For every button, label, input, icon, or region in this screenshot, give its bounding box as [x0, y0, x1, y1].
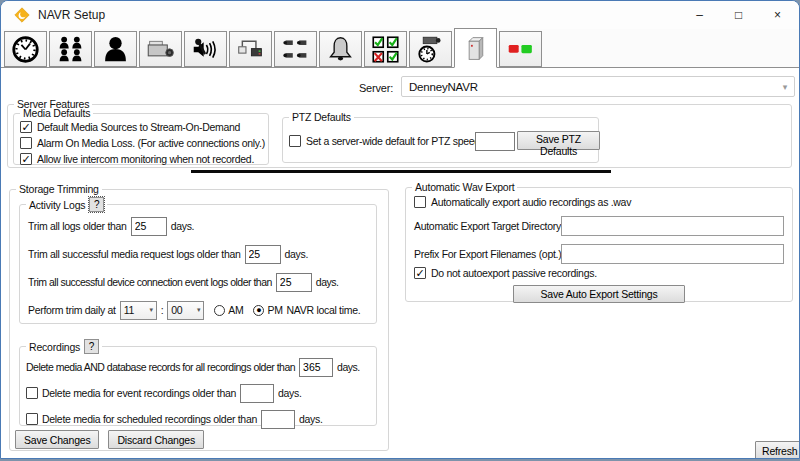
ptz-speed-input[interactable]	[475, 132, 515, 151]
trim-device-connection-days-input[interactable]	[276, 273, 312, 292]
recordings-help-button[interactable]: ?	[84, 339, 99, 354]
section-divider	[191, 170, 611, 173]
minimize-button[interactable]: –	[680, 1, 719, 29]
checkbox-icon[interactable]: ✓	[20, 121, 32, 133]
export-target-directory-input[interactable]	[561, 216, 784, 236]
server-icon	[461, 34, 490, 63]
minute-value: 00	[171, 304, 182, 316]
trim-media-request-days-input[interactable]	[245, 245, 281, 264]
automatic-wav-export-title: Automatic Wav Export	[415, 181, 514, 193]
automatic-wav-export-group: Automatic Wav Export Automatically expor…	[405, 181, 793, 302]
recordings-title: Recordings	[29, 341, 80, 353]
activity-logs-help-button[interactable]: ?	[89, 197, 104, 212]
live-intercom-checkbox-row[interactable]: ✓ Allow live intercom monitoring when no…	[20, 152, 268, 166]
delete-all-recordings-row: Delete media AND database records for al…	[26, 357, 376, 377]
tab-status[interactable]	[499, 31, 542, 67]
trim-logs-days-input[interactable]	[131, 217, 167, 236]
checkbox-icon[interactable]	[414, 196, 426, 208]
multi-camera-icon	[281, 35, 310, 64]
titlebar: NAVR Setup – □ ×	[1, 1, 799, 29]
hour-value: 11	[124, 304, 134, 316]
discard-changes-button[interactable]: Discard Changes	[108, 430, 204, 449]
tab-alarms[interactable]	[319, 31, 362, 67]
row-text: Delete media for scheduled recordings ol…	[42, 413, 257, 425]
am-label: AM	[228, 304, 243, 316]
row-text: Delete media AND database records for al…	[26, 361, 295, 373]
tab-io-devices[interactable]	[229, 31, 272, 67]
radio-icon[interactable]: ●	[253, 305, 264, 316]
ptz-speed-checkbox-row[interactable]: Set a server-wide default for PTZ speed.	[289, 135, 483, 147]
save-ptz-defaults-button[interactable]: Save PTZ Defaults	[517, 131, 600, 150]
media-defaults-group: Media Defaults ✓ Default Media Sources t…	[13, 107, 269, 165]
user-group-icon	[56, 35, 85, 64]
tab-user-groups[interactable]	[49, 31, 92, 67]
wav-button-row: Save Auto Export Settings	[406, 285, 792, 303]
tab-cameras[interactable]	[139, 31, 182, 67]
delete-event-recordings-row: Delete media for event recordings older …	[26, 383, 376, 403]
pm-radio[interactable]: ● PM	[253, 304, 282, 316]
trim-minute-select[interactable]: 00 ▾	[167, 301, 204, 320]
checkbox-icon[interactable]	[289, 135, 301, 147]
refresh-button[interactable]: Refresh	[755, 441, 800, 459]
trim-time-row: Perform trim daily at 11 ▾ : 00 ▾ AM ● P…	[28, 300, 376, 320]
media-defaults-title: Media Defaults	[23, 107, 90, 119]
storage-buttons-row: Save Changes Discard Changes	[15, 430, 204, 449]
server-select-value: DenneyNAVR	[409, 81, 478, 93]
save-auto-export-button[interactable]: Save Auto Export Settings	[513, 285, 685, 303]
delete-all-days-input[interactable]	[299, 358, 333, 377]
tab-audio[interactable]	[184, 31, 227, 67]
clock-icon	[11, 35, 40, 64]
row-suffix: days.	[299, 413, 323, 425]
person-icon	[101, 35, 130, 64]
checkbox-icon[interactable]	[26, 387, 38, 399]
window-controls: – □ ×	[680, 1, 797, 29]
chevron-down-icon: ▾	[783, 82, 787, 92]
tab-server[interactable]	[454, 28, 497, 68]
row-text: Trim all successful media request logs o…	[28, 248, 241, 260]
time-colon: :	[161, 304, 164, 316]
export-filename-prefix-input[interactable]	[561, 244, 784, 264]
camera-clock-icon	[416, 35, 445, 64]
trim-logs-row: Trim all logs older than days.	[28, 216, 376, 236]
tab-schedule[interactable]	[4, 31, 47, 67]
trim-hour-select[interactable]: 11 ▾	[120, 301, 157, 320]
row-suffix: days.	[285, 248, 309, 260]
tab-camera-groups[interactable]	[274, 31, 317, 67]
am-radio[interactable]: AM	[214, 304, 243, 316]
row-suffix: days.	[171, 220, 195, 232]
field-label: Automatic Export Target Directory	[414, 220, 561, 232]
checkbox-icon[interactable]: ✓	[414, 267, 426, 279]
auto-export-checkbox-row[interactable]: Automatically export audio recordings as…	[414, 196, 792, 208]
row-text: Trim all successful device connection ev…	[28, 276, 272, 288]
save-changes-button[interactable]: Save Changes	[15, 430, 99, 449]
tab-users[interactable]	[94, 31, 137, 67]
checkbox-icon[interactable]	[20, 137, 32, 149]
stream-on-demand-checkbox-row[interactable]: ✓ Default Media Sources to Stream-On-Dem…	[20, 120, 268, 134]
checkbox-icon[interactable]	[26, 413, 38, 425]
export-filename-prefix-row: Prefix For Export Filenames (opt.)	[414, 244, 784, 264]
checkbox-grid-icon	[371, 35, 400, 64]
delete-scheduled-days-input[interactable]	[261, 410, 295, 429]
close-button[interactable]: ×	[758, 1, 797, 29]
camera-icon	[146, 35, 175, 64]
chevron-down-icon: ▾	[149, 306, 152, 314]
no-autoexport-passive-checkbox-row[interactable]: ✓ Do not autoexport passive recordings.	[414, 267, 792, 279]
row-suffix: NAVR local time.	[287, 304, 361, 316]
maximize-button[interactable]: □	[719, 1, 758, 29]
checkbox-icon[interactable]: ✓	[20, 153, 32, 165]
tab-permissions[interactable]	[364, 31, 407, 67]
pm-label: PM	[267, 304, 282, 316]
row-text: Perform trim daily at	[28, 304, 116, 316]
tab-camera-schedule[interactable]	[409, 31, 452, 67]
alarm-media-loss-checkbox-row[interactable]: Alarm On Media Loss. (For active connect…	[20, 136, 268, 150]
activity-logs-title: Activity Logs	[29, 199, 85, 211]
row-text: Delete media for event recordings older …	[42, 387, 236, 399]
row-suffix: days.	[337, 361, 360, 373]
export-target-directory-row: Automatic Export Target Directory	[414, 216, 784, 236]
trim-device-connection-row: Trim all successful device connection ev…	[28, 272, 376, 292]
radio-icon[interactable]	[214, 305, 225, 316]
delete-event-days-input[interactable]	[240, 384, 274, 403]
microphone-speaker-icon	[191, 35, 220, 64]
activity-logs-group: Activity Logs ? Trim all logs older than…	[19, 197, 377, 324]
server-select[interactable]: DenneyNAVR ▾	[401, 76, 795, 97]
